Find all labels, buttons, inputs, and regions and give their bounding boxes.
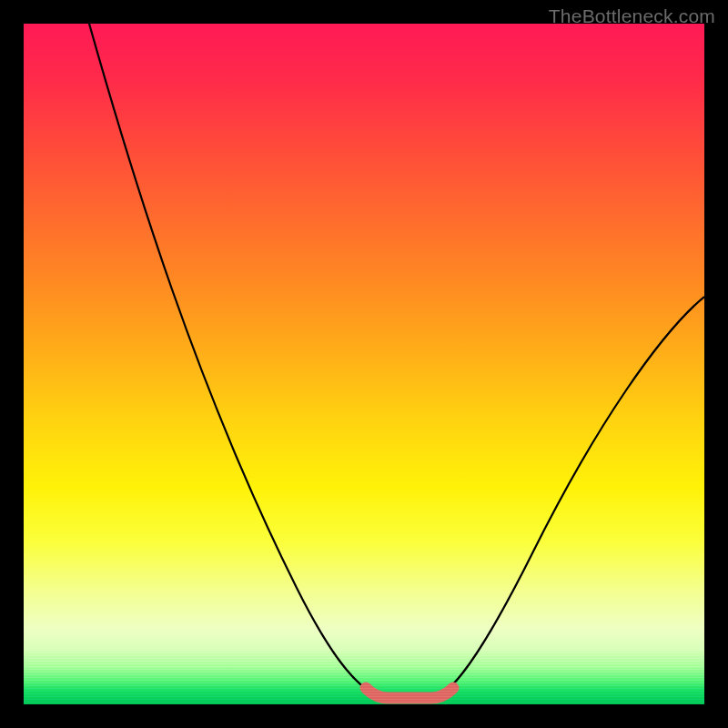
- watermark-text: TheBottleneck.com: [549, 5, 715, 27]
- gradient-plot-area: [24, 24, 704, 704]
- chart-frame: TheBottleneck.com: [0, 0, 728, 728]
- bottleneck-curve: [24, 24, 704, 704]
- curve-path: [89, 24, 704, 697]
- curve-trough-highlight: [366, 688, 453, 698]
